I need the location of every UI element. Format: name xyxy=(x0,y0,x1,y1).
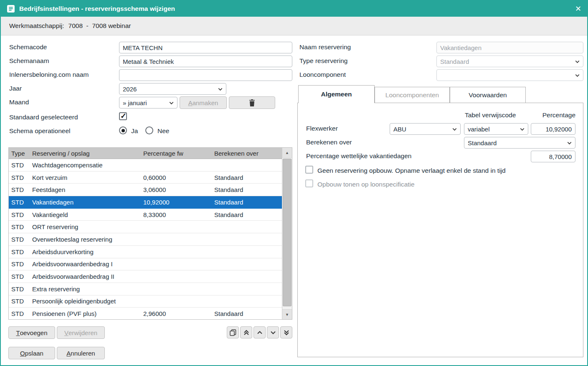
row-type: STD xyxy=(9,174,29,181)
opslaan-button[interactable]: Opslaan xyxy=(8,347,55,359)
flexwerker-verwijscode-value: variabel xyxy=(468,126,490,133)
looncomponent-label: Looncomponent xyxy=(299,71,346,78)
berekenen-over-select[interactable]: Standaard xyxy=(464,137,575,149)
trash-button[interactable] xyxy=(229,96,275,109)
table-row[interactable]: STD Kort verzuim 0,60000 Standaard xyxy=(9,172,282,184)
scroll-up-icon[interactable]: ▲ xyxy=(282,148,292,158)
jaar-select-value: 2026 xyxy=(123,86,137,93)
row-type: STD xyxy=(9,199,29,206)
row-name: Vakantiegeld xyxy=(29,211,141,218)
col-header-reservering: Reservering / opslag xyxy=(29,150,141,157)
table-row[interactable]: STD Vakantiedagen 10,92000 Standaard xyxy=(9,196,282,209)
inlenersbeloning-label: Inlenersbeloning.com naam xyxy=(9,71,89,78)
maand-label: Maand xyxy=(9,98,29,106)
table-row[interactable]: STD Arbeidsduurverkorting xyxy=(9,246,282,258)
flexwerker-percentage-input[interactable] xyxy=(531,123,575,135)
berekenen-over-value: Standaard xyxy=(468,139,497,146)
geen-reservering-opbouw-label: Geen reservering opbouw. Opname verlaagt… xyxy=(317,167,506,174)
dialog-window: Bedrijfsinstellingen - reserveringsschem… xyxy=(0,0,588,366)
row-berekenen-over: Standaard xyxy=(212,199,282,206)
jaar-select[interactable]: 2026 xyxy=(119,83,226,95)
row-type: STD xyxy=(9,248,29,255)
row-name: Feestdagen xyxy=(29,186,141,193)
type-reservering-value: Standaard xyxy=(440,58,469,65)
table-row[interactable]: STD Vakantiegeld 8,33000 Standaard xyxy=(9,209,282,221)
schemacode-input[interactable] xyxy=(119,42,292,53)
annuleren-button[interactable]: Annuleren xyxy=(57,347,105,359)
schemanaam-input[interactable] xyxy=(119,56,292,67)
row-name: Arbeidsvoorwaardenbedrag I xyxy=(29,260,141,268)
copy-row-button[interactable] xyxy=(227,326,239,338)
chevron-down-icon xyxy=(575,73,580,78)
scroll-down-icon[interactable]: ▼ xyxy=(282,309,292,319)
tab-looncomponenten: Looncomponenten xyxy=(375,87,450,103)
opbouw-tonen-label: Opbouw tonen op loonspecificatie xyxy=(317,181,415,188)
row-type: STD xyxy=(9,298,29,305)
row-percentage: 8,33000 xyxy=(141,211,212,218)
table-row[interactable]: STD Pensioenen (PVF plus) 2,96000 Standa… xyxy=(9,308,282,319)
flexwerker-tabel-value: ABU xyxy=(393,126,406,133)
verwijderen-button: Verwijderen xyxy=(57,326,105,339)
table-row[interactable]: STD Wachtdagencompensatie xyxy=(9,159,282,172)
flexwerker-label: Flexwerker xyxy=(306,125,338,132)
reservation-table: Type Reservering / opslag Percentage fw … xyxy=(8,147,292,320)
flexwerker-verwijscode-select[interactable]: variabel xyxy=(464,123,528,135)
row-name: Vakantiedagen xyxy=(29,199,141,206)
row-type: STD xyxy=(9,223,29,230)
row-berekenen-over: Standaard xyxy=(212,174,282,181)
ja-radio-label: Ja xyxy=(131,127,138,135)
move-bottom-button[interactable] xyxy=(280,326,292,338)
standaard-geselecteerd-label: Standaard geselecteerd xyxy=(9,114,78,121)
maand-select[interactable]: » januari xyxy=(119,97,177,109)
table-row[interactable]: STD Feestdagen 3,06000 Standaard xyxy=(9,184,282,196)
col-header-type: Type xyxy=(9,150,29,157)
table-row[interactable]: STD Arbeidsvoorwaardenbedrag II xyxy=(9,270,282,283)
chevron-down-icon xyxy=(218,86,223,92)
tabel-verwijscode-header: Tabel verwijscode xyxy=(465,111,516,119)
move-down-button[interactable] xyxy=(267,326,279,338)
row-percentage: 3,06000 xyxy=(141,186,212,193)
row-name: Arbeidsvoorwaardenbedrag II xyxy=(29,273,141,280)
close-icon[interactable]: ✕ xyxy=(575,5,581,13)
scrollbar-thumb[interactable] xyxy=(283,159,291,306)
jaar-label: Jaar xyxy=(9,85,22,92)
chevron-down-icon xyxy=(567,140,572,146)
row-percentage: 10,92000 xyxy=(141,199,212,206)
dialog-content: Schemacode Schemanaam Inlenersbeloning.c… xyxy=(1,35,587,365)
company-label: Werkmaatschappij: xyxy=(9,22,64,30)
table-header: Type Reservering / opslag Percentage fw … xyxy=(9,148,282,159)
schema-operationeel-nee-radio[interactable] xyxy=(145,126,153,134)
percentage-wettelijke-vakantiedagen-label: Percentage wettelijke vakantiedagen xyxy=(306,152,411,160)
table-row[interactable]: STD Extra reservering xyxy=(9,283,282,295)
chevron-down-icon xyxy=(452,126,457,132)
tab-voorwaarden[interactable]: Voorwaarden xyxy=(450,87,526,103)
titlebar: Bedrijfsinstellingen - reserveringsschem… xyxy=(1,1,587,17)
row-type: STD xyxy=(9,186,29,193)
table-row[interactable]: STD Persoonlijk opleidingenbudget xyxy=(9,295,282,308)
standaard-geselecteerd-checkbox[interactable] xyxy=(119,112,127,120)
row-name: Arbeidsduurverkorting xyxy=(29,248,141,255)
trash-icon xyxy=(249,99,255,106)
table-row[interactable]: STD Arbeidsvoorwaardenbedrag I xyxy=(9,258,282,271)
row-percentage: 0,60000 xyxy=(141,174,212,181)
chevron-double-down-icon xyxy=(284,330,289,336)
table-scrollbar[interactable]: ▲ ▼ xyxy=(282,148,292,319)
col-header-berekenen-over: Berekenen over xyxy=(212,150,282,157)
percentage-wettelijke-vakantiedagen-input[interactable] xyxy=(531,151,575,162)
aanmaken-button: Aanmaken xyxy=(180,96,227,109)
schema-operationeel-ja-radio[interactable] xyxy=(119,126,127,134)
inlenersbeloning-input[interactable] xyxy=(119,69,292,81)
row-type: STD xyxy=(9,211,29,218)
table-row[interactable]: STD ORT reservering xyxy=(9,221,282,233)
table-row[interactable]: STD Overwerktoeslag reservering xyxy=(9,233,282,246)
naam-reservering-input xyxy=(436,42,583,53)
row-type: STD xyxy=(9,260,29,268)
toevoegen-button[interactable]: Toevoegen xyxy=(8,326,55,339)
row-name: ORT reservering xyxy=(29,223,141,230)
nee-radio-label: Nee xyxy=(157,127,169,135)
geen-reservering-opbouw-checkbox[interactable] xyxy=(305,166,313,174)
move-top-button[interactable] xyxy=(240,326,252,338)
move-up-button[interactable] xyxy=(253,326,266,338)
flexwerker-tabel-select[interactable]: ABU xyxy=(390,123,461,135)
tab-algemeen[interactable]: Algemeen xyxy=(298,85,375,103)
